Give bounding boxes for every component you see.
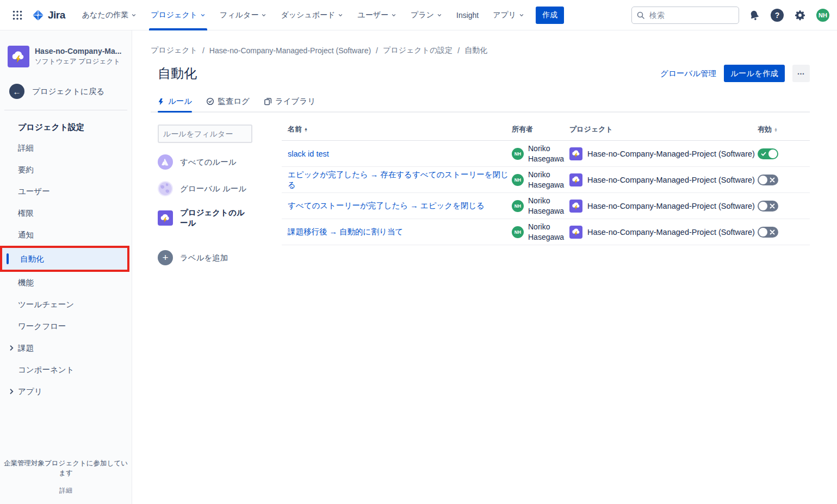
- global-admin-link[interactable]: グローバル管理: [660, 69, 716, 79]
- rules-filter-input[interactable]: [158, 125, 252, 143]
- sidebar-item-permissions[interactable]: 権限: [0, 202, 132, 224]
- back-arrow-icon: ←: [9, 84, 24, 99]
- column-enabled[interactable]: 有効: [758, 125, 772, 133]
- title-row: 自動化 グローバル管理 ルールを作成 …: [151, 65, 810, 82]
- filter-global-rules[interactable]: グローバル ルール: [158, 181, 252, 196]
- project-label: Hase-no-Company-Managed-Project (Softwar…: [587, 228, 755, 237]
- tab-library[interactable]: ライブラリ: [264, 96, 315, 111]
- tab-audit-log[interactable]: 監査ログ: [206, 96, 250, 111]
- help-icon[interactable]: ?: [770, 8, 785, 23]
- project-avatar-icon: [569, 147, 582, 160]
- sidebar-item-details[interactable]: 詳細: [0, 137, 132, 159]
- rule-name-link[interactable]: すべてのストーリーが完了したら → エピックを閉じる: [288, 201, 485, 210]
- chevron-down-icon: [131, 13, 137, 18]
- sidebar-item-toolchain[interactable]: ツールチェーン: [0, 294, 132, 315]
- rule-enabled-toggle[interactable]: [758, 175, 778, 185]
- rule-enabled-toggle[interactable]: [758, 227, 778, 238]
- app-name: Jira: [48, 9, 65, 21]
- nav-plans[interactable]: プラン: [404, 0, 449, 30]
- sort-icon: ▲▼: [774, 128, 778, 132]
- sidebar-item-workflows[interactable]: ワークフロー: [0, 315, 132, 337]
- globe-icon: [158, 181, 173, 196]
- tab-rules[interactable]: ルール: [158, 96, 192, 111]
- nav-filters[interactable]: フィルター: [213, 0, 274, 30]
- rule-enabled-toggle[interactable]: [758, 148, 778, 159]
- search-icon: [636, 11, 645, 20]
- jira-logo-icon: [32, 9, 45, 22]
- breadcrumb-automation[interactable]: 自動化: [464, 46, 487, 55]
- nav-your-work[interactable]: あなたの作業: [75, 0, 144, 30]
- audit-log-icon: [206, 97, 214, 105]
- project-type: ソフトウェア プロジェクト: [35, 57, 121, 66]
- bolt-icon: [158, 98, 165, 105]
- rules-table: 名前▲▼ 所有者 プロジェクト 有効▲▼ slack id test NH: [282, 125, 810, 265]
- back-to-project[interactable]: ← プロジェクトに戻る: [0, 84, 132, 99]
- page-title: 自動化: [158, 65, 197, 82]
- project-sidebar: Hase-no-Company-Ma... ソフトウェア プロジェクト ← プロ…: [0, 30, 132, 504]
- rules-content: すべてのルール グローバル ルール: [151, 125, 810, 265]
- search-box: [631, 7, 739, 24]
- rule-name-link[interactable]: エピックが完了したら → 存在するすべてのストーリーを閉じる: [288, 170, 509, 189]
- project-avatar-icon: [569, 173, 582, 186]
- plus-icon: +: [158, 250, 173, 265]
- chevron-down-icon: [519, 13, 524, 18]
- filter-all-rules[interactable]: すべてのルール: [158, 154, 252, 170]
- user-avatar[interactable]: NH: [815, 8, 830, 23]
- app-switcher-icon[interactable]: [9, 7, 26, 24]
- sidebar-item-issues[interactable]: 課題: [0, 337, 132, 359]
- owner-avatar: NH: [512, 174, 524, 186]
- rule-enabled-toggle[interactable]: [758, 201, 778, 211]
- rule-name-link[interactable]: 課題移行後 → 自動的に割り当て: [288, 227, 403, 236]
- sidebar-item-notifications[interactable]: 通知: [0, 224, 132, 246]
- sidebar-footer: 企業管理対象プロジェクトに参加しています 詳細: [0, 458, 132, 496]
- add-label-button[interactable]: + ラベルを追加: [158, 250, 252, 265]
- sidebar-item-automation[interactable]: 自動化: [2, 248, 127, 270]
- owner-name: NorikoHasegawa: [528, 196, 564, 216]
- owner-name: NorikoHasegawa: [528, 222, 564, 242]
- sidebar-item-people[interactable]: ユーザー: [0, 181, 132, 202]
- rule-row: slack id test NH NorikoHasegawa Hase-no-…: [282, 141, 810, 167]
- nav-dashboards[interactable]: ダッシュボード: [274, 0, 350, 30]
- nav-apps[interactable]: アプリ: [486, 0, 531, 30]
- settings-gear-icon[interactable]: [792, 8, 808, 23]
- sidebar-item-components[interactable]: コンポーネント: [0, 359, 132, 381]
- sidebar-item-summary[interactable]: 要約: [0, 159, 132, 181]
- nav-projects[interactable]: プロジェクト: [144, 0, 213, 30]
- notifications-bell-icon[interactable]: [747, 8, 762, 23]
- owner-name: NorikoHasegawa: [528, 144, 564, 164]
- chevron-right-icon: [8, 345, 15, 351]
- project-avatar-icon: [8, 46, 29, 67]
- breadcrumb-projects[interactable]: プロジェクト: [151, 46, 197, 55]
- project-avatar-icon: [158, 210, 173, 226]
- more-options-button[interactable]: …: [792, 65, 810, 82]
- project-label: Hase-no-Company-Managed-Project (Softwar…: [587, 176, 755, 184]
- search-input[interactable]: [631, 7, 739, 24]
- main-content: プロジェクト / Hase-no-Company-Managed-Project…: [132, 30, 837, 504]
- create-rule-button[interactable]: ルールを作成: [724, 65, 785, 82]
- owner-name: NorikoHasegawa: [528, 170, 564, 190]
- rules-filter-panel: すべてのルール グローバル ルール: [158, 125, 252, 265]
- chevron-down-icon: [391, 13, 396, 18]
- sidebar-item-features[interactable]: 機能: [0, 272, 132, 294]
- primary-nav: あなたの作業 プロジェクト フィルター ダッシュボード ユーザー プラン: [75, 0, 531, 30]
- owner-avatar: NH: [512, 200, 524, 212]
- breadcrumb: プロジェクト / Hase-no-Company-Managed-Project…: [151, 46, 810, 55]
- filter-project-rules[interactable]: プロジェクトのルール: [158, 208, 252, 228]
- nav-people[interactable]: ユーザー: [350, 0, 404, 30]
- column-name[interactable]: 名前: [288, 125, 302, 133]
- sidebar-item-apps[interactable]: アプリ: [0, 381, 132, 402]
- jira-automation-page: Jira あなたの作業 プロジェクト フィルター ダッシュボード ユーザー: [0, 0, 837, 504]
- sidebar-footer-link[interactable]: 詳細: [0, 486, 132, 495]
- breadcrumb-project-settings[interactable]: プロジェクトの設定: [383, 46, 452, 55]
- jira-logo[interactable]: Jira: [32, 9, 65, 22]
- sidebar-divider: [4, 110, 127, 110]
- chevron-down-icon: [261, 13, 266, 18]
- chevron-down-icon: [200, 13, 206, 18]
- nav-insight[interactable]: Insight: [449, 0, 486, 30]
- create-button[interactable]: 作成: [536, 7, 564, 24]
- owner-avatar: NH: [512, 226, 524, 238]
- breadcrumb-project-name[interactable]: Hase-no-Company-Managed-Project (Softwar…: [209, 46, 371, 55]
- rule-name-link[interactable]: slack id test: [288, 150, 329, 158]
- atlassian-icon: [158, 154, 173, 170]
- sort-icon: ▲▼: [304, 128, 308, 132]
